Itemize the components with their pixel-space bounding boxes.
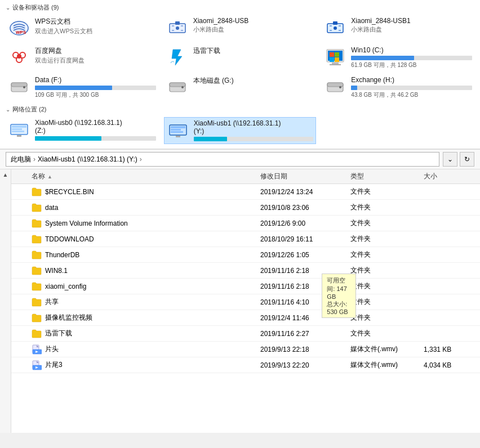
folder-icon xyxy=(32,329,42,339)
win10c-name: Win10 (C:) xyxy=(351,46,472,54)
exchangeh-info: Exchange (H:) 43.8 GB 可用，共 46.2 GB xyxy=(351,76,472,99)
wps-name: WPS云文档 xyxy=(35,17,156,26)
address-refresh-button[interactable]: ↻ xyxy=(460,152,474,167)
file-row[interactable]: 片头 2019/9/13 22:18 媒体文件(.wmv) 1,331 KB xyxy=(11,342,480,357)
device-net-usb0[interactable]: XiaoMi-usb0 (\\192.168.31.1) (Z:) xyxy=(6,117,158,144)
file-name: System Volume Information xyxy=(45,219,128,227)
file-row[interactable]: data 2019/10/8 23:06 文件夹 xyxy=(11,200,480,216)
device-localg[interactable]: 本地磁盘 (G:) xyxy=(164,74,317,101)
folder-icon xyxy=(32,234,42,244)
file-name: ThunderDB xyxy=(45,251,79,259)
file-row[interactable]: xiaomi_config 2019/11/16 2:18 文件夹 xyxy=(11,279,480,294)
file-row[interactable]: 片尾3 2019/9/13 22:20 媒体文件(.wmv) 4,034 KB xyxy=(11,357,480,373)
wmv-icon xyxy=(32,344,42,355)
baidu-info: 百度网盘 双击运行百度网盘 xyxy=(35,46,156,65)
file-row[interactable]: ThunderDB 2019/12/26 1:05 文件夹 xyxy=(11,247,480,263)
col-header-name[interactable]: 名称 ▲ xyxy=(32,172,260,181)
device-net-usb1[interactable]: XiaoMi-usb1 (\\192.168.31.1) (Y:) xyxy=(164,117,317,144)
file-date: 2019/11/16 4:10 xyxy=(260,298,309,306)
folder-icon xyxy=(32,203,42,213)
file-name: TDDOWNLOAD xyxy=(45,235,94,243)
file-row[interactable]: $RECYCLE.BIN 2019/12/24 13:24 文件夹 xyxy=(11,184,480,200)
file-row[interactable]: System Volume Information 2019/12/6 9:00… xyxy=(11,216,480,231)
svg-point-23 xyxy=(23,86,25,88)
wmv-icon xyxy=(32,344,42,355)
file-type-cell: 文件夹 xyxy=(350,203,424,212)
devices-chevron[interactable]: ⌄ xyxy=(6,5,10,11)
address-dropdown-button[interactable]: ⌄ xyxy=(443,152,457,167)
file-type-cell: 文件夹 xyxy=(350,313,424,322)
file-type: 媒体文件(.wmv) xyxy=(350,344,398,354)
file-row[interactable]: 摄像机监控视频 2019/12/4 11:46 文件夹 xyxy=(11,310,480,326)
folder-icon xyxy=(32,187,42,197)
file-name-cell: 共享 xyxy=(32,297,260,307)
localg-info: 本地磁盘 (G:) xyxy=(193,76,314,86)
file-row[interactable]: 共享 2019/11/16 4:10 文件夹 xyxy=(11,294,480,310)
col-header-date[interactable]: 修改日期 xyxy=(260,172,350,181)
scroll-up-button[interactable]: ▲ xyxy=(3,172,8,178)
address-path[interactable]: 此电脑 › XiaoMi-usb1 (\\192.168.31.1) (Y:) … xyxy=(6,152,439,167)
svg-rect-3 xyxy=(175,21,180,25)
network-chevron[interactable]: ⌄ xyxy=(6,106,10,113)
address-buttons: ⌄ ↻ xyxy=(443,152,474,167)
device-thunder[interactable]: 迅雷下载 xyxy=(164,44,317,71)
device-dataf[interactable]: Data (F:) 109 GB 可用，共 300 GB xyxy=(6,74,158,101)
file-date-cell: 2018/10/29 16:11 xyxy=(260,235,350,243)
col-header-size[interactable]: 大小 xyxy=(424,172,474,181)
svg-rect-31 xyxy=(12,126,26,128)
file-date: 2019/11/16 2:18 xyxy=(260,283,309,290)
folder-icon xyxy=(32,266,42,276)
file-name: 摄像机监控视频 xyxy=(45,313,92,322)
baidu-desc: 双击运行百度网盘 xyxy=(35,56,156,65)
folder-icon xyxy=(32,281,42,292)
file-date-cell: 2019/12/6 9:00 xyxy=(260,219,350,227)
file-date-cell: 2019/12/24 13:24 xyxy=(260,188,350,196)
path-sep2: › xyxy=(140,155,142,163)
net-usb1-bar-bg xyxy=(194,137,314,141)
file-row[interactable]: WIN8.1 2019/11/16 2:18 文件夹 xyxy=(11,263,480,279)
file-type-cell: 媒体文件(.wmv) xyxy=(350,344,424,354)
file-type: 文件夹 xyxy=(350,234,371,244)
file-date: 2019/11/16 2:27 xyxy=(260,330,309,338)
device-xiaomi-usb1[interactable]: Xiaomi_2848-USB1 小米路由盘 xyxy=(322,15,474,41)
xiaomi-usb1-icon xyxy=(324,17,346,39)
file-name-cell: xiaomi_config xyxy=(32,281,260,292)
net-usb0-name: XiaoMi-usb0 (\\192.168.31.1) xyxy=(35,119,156,127)
file-name-cell: TDDOWNLOAD xyxy=(32,234,260,244)
file-type: 文件夹 xyxy=(350,250,371,259)
col-header-type[interactable]: 类型 xyxy=(350,172,424,181)
win10c-bar-bg xyxy=(351,56,472,60)
file-rows-container: $RECYCLE.BIN 2019/12/24 13:24 文件夹 data 2… xyxy=(11,184,480,373)
file-date: 2019/12/24 13:24 xyxy=(260,188,313,196)
folder-icon xyxy=(32,234,42,244)
file-date: 2019/12/6 9:00 xyxy=(260,219,305,227)
file-type: 媒体文件(.wmv) xyxy=(350,360,398,370)
svg-rect-15 xyxy=(330,52,334,57)
file-date-cell: 2019/12/4 11:46 xyxy=(260,314,350,322)
sort-arrow-name: ▲ xyxy=(47,174,52,180)
folder-icon xyxy=(32,266,42,276)
dataf-name: Data (F:) xyxy=(35,76,156,84)
device-exchangeh[interactable]: Exchange (H:) 43.8 GB 可用，共 46.2 GB xyxy=(322,74,474,101)
thunder-name: 迅雷下载 xyxy=(193,46,314,56)
file-row[interactable]: TDDOWNLOAD 2018/10/29 16:11 文件夹 xyxy=(11,231,480,247)
file-type-cell: 文件夹 xyxy=(350,297,424,307)
device-win10c[interactable]: Win10 (C:) 61.9 GB 可用，共 128 GB xyxy=(322,44,474,71)
device-xiaomi-usb[interactable]: Xiaomi_2848-USB 小米路由盘 xyxy=(164,15,317,41)
file-row[interactable]: 迅雷下载 2019/11/16 2:27 文件夹 xyxy=(11,326,480,342)
exchangeh-bar-fill xyxy=(351,86,357,90)
dataf-bar-bg xyxy=(35,86,156,90)
path-sep1: › xyxy=(33,155,35,163)
svg-rect-17 xyxy=(330,57,334,62)
device-baidu[interactable]: 百度网盘 双击运行百度网盘 xyxy=(6,44,158,71)
file-name: data xyxy=(45,204,58,212)
xiaomi-usb-info: Xiaomi_2848-USB 小米路由盘 xyxy=(193,17,314,34)
dataf-bar-container: 109 GB 可用，共 300 GB xyxy=(35,86,156,99)
svg-point-11 xyxy=(17,54,21,59)
devices-section-header: ⌄ 设备和驱动器 (9) xyxy=(6,3,474,12)
file-name-cell: 迅雷下载 xyxy=(32,329,260,339)
net-usb1-info: XiaoMi-usb1 (\\192.168.31.1) (Y:) xyxy=(194,119,314,141)
device-wps[interactable]: WPS WPS云文档 双击进入WPS云文档 xyxy=(6,15,158,41)
file-name-cell: 片头 xyxy=(32,344,260,355)
file-type-cell: 文件夹 xyxy=(350,187,424,196)
